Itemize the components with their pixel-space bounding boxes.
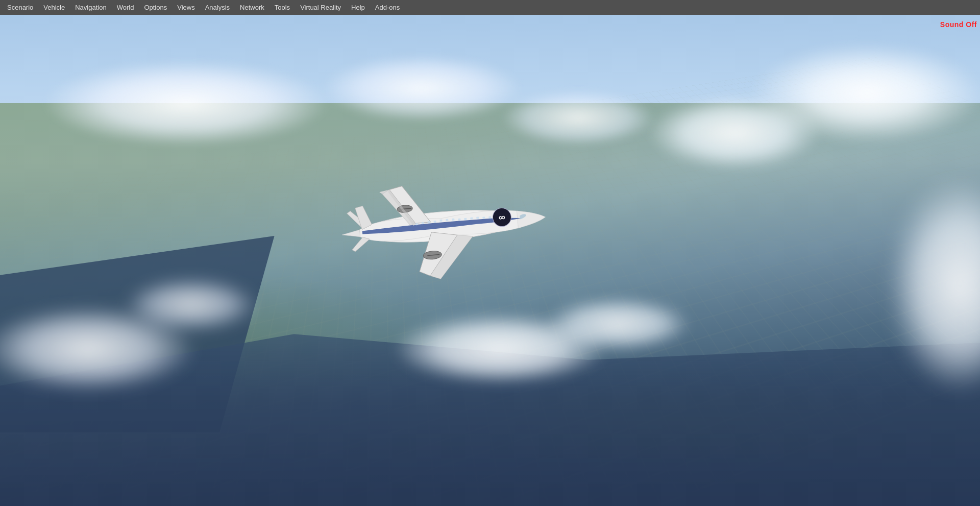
menu-help[interactable]: Help bbox=[346, 0, 370, 15]
menu-views-label: Views bbox=[177, 4, 194, 11]
aircraft-svg: ∞ bbox=[308, 141, 575, 306]
menu-add-ons-label: Add-ons bbox=[375, 4, 400, 11]
menu-scenario-label: Scenario bbox=[7, 4, 33, 11]
menu-navigation[interactable]: Navigation bbox=[70, 0, 111, 15]
menu-world-label: World bbox=[117, 4, 134, 11]
menu-analysis-label: Analysis bbox=[205, 4, 230, 11]
menu-options[interactable]: Options bbox=[139, 0, 172, 15]
menu-tools[interactable]: Tools bbox=[270, 0, 295, 15]
menu-add-ons[interactable]: Add-ons bbox=[370, 0, 405, 15]
menu-vehicle-label: Vehicle bbox=[43, 4, 65, 11]
menu-network[interactable]: Network bbox=[235, 0, 270, 15]
menu-views[interactable]: Views bbox=[172, 0, 200, 15]
menu-network-label: Network bbox=[240, 4, 264, 11]
menu-tools-label: Tools bbox=[275, 4, 290, 11]
sound-off-label: Sound Off bbox=[940, 20, 977, 29]
menu-vehicle[interactable]: Vehicle bbox=[38, 0, 70, 15]
aircraft: ∞ bbox=[308, 141, 575, 306]
sound-off-indicator[interactable]: Sound Off bbox=[940, 20, 980, 29]
menu-navigation-label: Navigation bbox=[75, 4, 106, 11]
flight-sim-viewport: ∞ bbox=[0, 15, 980, 506]
menu-virtual-reality-label: Virtual Reality bbox=[300, 4, 341, 11]
menu-world[interactable]: World bbox=[112, 0, 139, 15]
menu-analysis[interactable]: Analysis bbox=[200, 0, 235, 15]
menu-help-label: Help bbox=[351, 4, 365, 11]
menu-scenario[interactable]: Scenario bbox=[2, 0, 38, 15]
menu-virtual-reality[interactable]: Virtual Reality bbox=[295, 0, 346, 15]
menubar: Scenario Vehicle Navigation World Option… bbox=[0, 0, 980, 15]
svg-text:∞: ∞ bbox=[498, 212, 506, 223]
menu-options-label: Options bbox=[144, 4, 167, 11]
